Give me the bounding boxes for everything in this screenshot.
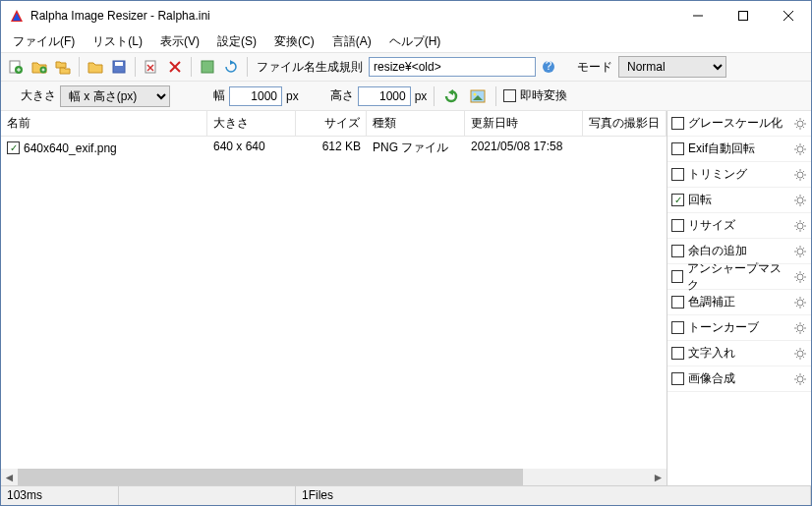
width-label: 幅 — [213, 87, 225, 104]
side-item-label[interactable]: 画像合成 — [671, 370, 787, 387]
gear-icon[interactable] — [793, 117, 807, 131]
gear-icon[interactable] — [793, 270, 807, 284]
side-item-label[interactable]: 文字入れ — [671, 345, 787, 362]
side-item[interactable]: アンシャープマスク — [667, 264, 811, 290]
side-item-label[interactable]: トリミング — [671, 166, 787, 183]
horizontal-scrollbar[interactable]: ◄ ► — [1, 469, 667, 485]
gear-icon[interactable] — [793, 142, 807, 156]
refresh-icon[interactable] — [220, 56, 242, 78]
side-checkbox[interactable]: ✓ — [671, 194, 684, 206]
side-item[interactable]: Exif自動回転 — [667, 137, 811, 162]
side-item-label[interactable]: 余白の追加 — [671, 243, 787, 259]
scroll-right-icon[interactable]: ► — [650, 469, 667, 485]
side-item[interactable]: トリミング — [667, 162, 811, 188]
side-checkbox[interactable] — [671, 142, 684, 155]
svg-line-51 — [796, 171, 797, 172]
gear-icon[interactable] — [793, 194, 807, 207]
height-input[interactable] — [358, 86, 411, 106]
side-item[interactable]: 画像合成 — [667, 366, 811, 392]
svg-text:?: ? — [546, 59, 552, 73]
side-item-label[interactable]: 色調補正 — [671, 294, 787, 310]
file-list-body[interactable]: ✓ 640x640_exif.png 640 x 640 612 KB PNG … — [1, 137, 667, 469]
side-checkbox[interactable] — [671, 245, 684, 257]
gear-icon[interactable] — [793, 321, 807, 335]
side-item-label[interactable]: グレースケール化 — [671, 115, 787, 132]
picture-icon[interactable] — [467, 85, 489, 107]
side-checkbox[interactable] — [671, 117, 684, 130]
col-date[interactable]: 更新日時 — [465, 111, 583, 136]
side-item[interactable]: 文字入れ — [667, 341, 811, 366]
svg-rect-14 — [115, 62, 123, 66]
menu-settings[interactable]: 設定(S) — [209, 31, 264, 52]
side-item[interactable]: トーンカーブ — [667, 315, 811, 341]
remove-file-icon[interactable] — [141, 56, 162, 78]
svg-point-28 — [797, 121, 803, 127]
menu-language[interactable]: 言語(A) — [324, 31, 379, 52]
col-size[interactable]: 大きさ — [207, 111, 296, 136]
side-item-label[interactable]: ✓回転 — [671, 192, 787, 208]
minimize-button[interactable] — [675, 1, 721, 30]
side-item-label[interactable]: リサイズ — [671, 217, 787, 234]
scroll-left-icon[interactable]: ◄ — [1, 469, 18, 485]
side-item-label[interactable]: Exif自動回転 — [671, 141, 787, 157]
help-icon[interactable]: ? — [538, 56, 559, 78]
gear-icon[interactable] — [793, 245, 807, 258]
svg-line-123 — [796, 375, 797, 376]
preview-icon[interactable] — [197, 56, 218, 78]
width-input[interactable] — [229, 86, 282, 106]
side-checkbox[interactable] — [671, 296, 684, 309]
gear-icon[interactable] — [793, 296, 807, 309]
col-name[interactable]: 名前 — [1, 111, 207, 136]
table-row[interactable]: ✓ 640x640_exif.png 640 x 640 612 KB PNG … — [1, 137, 667, 159]
svg-point-73 — [797, 249, 803, 254]
run-icon[interactable] — [441, 85, 463, 107]
side-item-label[interactable]: アンシャープマスク — [671, 260, 787, 294]
gear-icon[interactable] — [793, 347, 807, 361]
instant-convert-checkbox[interactable]: 即時変換 — [503, 87, 567, 104]
menu-convert[interactable]: 変換(C) — [266, 31, 322, 52]
menu-list[interactable]: リスト(L) — [85, 31, 150, 52]
add-file-icon[interactable] — [5, 56, 27, 78]
menu-view[interactable]: 表示(V) — [152, 31, 207, 52]
side-item[interactable]: ✓回転 — [667, 188, 811, 213]
gear-icon[interactable] — [793, 168, 807, 182]
px-label: px — [286, 89, 299, 103]
row-checkbox[interactable]: ✓ — [7, 141, 20, 154]
scroll-thumb[interactable] — [18, 469, 523, 485]
add-folder-icon[interactable] — [29, 56, 50, 78]
px-label: px — [415, 89, 428, 103]
side-checkbox[interactable] — [671, 168, 684, 181]
gear-icon[interactable] — [793, 219, 807, 233]
side-item[interactable]: グレースケール化 — [667, 111, 811, 137]
col-filesize[interactable]: サイズ — [296, 111, 367, 136]
menu-file[interactable]: ファイル(F) — [5, 31, 83, 52]
side-checkbox[interactable] — [671, 372, 684, 385]
side-checkbox[interactable] — [671, 270, 683, 283]
maximize-button[interactable] — [721, 1, 766, 30]
open-folder-icon[interactable] — [85, 56, 106, 78]
save-icon[interactable] — [108, 56, 130, 78]
col-shot[interactable]: 写真の撮影日 — [583, 111, 667, 136]
side-item-label[interactable]: トーンカーブ — [671, 319, 787, 336]
add-folder-tree-icon[interactable] — [52, 56, 74, 78]
gear-icon[interactable] — [793, 372, 807, 386]
svg-line-69 — [796, 222, 797, 223]
side-checkbox[interactable] — [671, 219, 684, 232]
svg-line-105 — [796, 324, 797, 325]
side-checkbox[interactable] — [671, 347, 684, 360]
svg-line-107 — [796, 330, 797, 331]
side-checkbox[interactable] — [671, 321, 684, 334]
delete-icon[interactable] — [164, 56, 186, 78]
svg-line-125 — [796, 381, 797, 382]
status-time: 103ms — [1, 486, 119, 505]
col-type[interactable]: 種類 — [367, 111, 465, 136]
row-filesize: 612 KB — [296, 137, 367, 159]
side-item[interactable]: 色調補正 — [667, 290, 811, 315]
mode-select[interactable]: Normal — [618, 56, 726, 78]
separator — [495, 86, 496, 106]
menu-help[interactable]: ヘルプ(H) — [381, 31, 449, 52]
side-item[interactable]: リサイズ — [667, 213, 811, 239]
filename-rule-input[interactable] — [369, 57, 536, 77]
close-button[interactable] — [766, 1, 811, 30]
size-mode-select[interactable]: 幅 x 高さ(px) — [60, 85, 170, 107]
